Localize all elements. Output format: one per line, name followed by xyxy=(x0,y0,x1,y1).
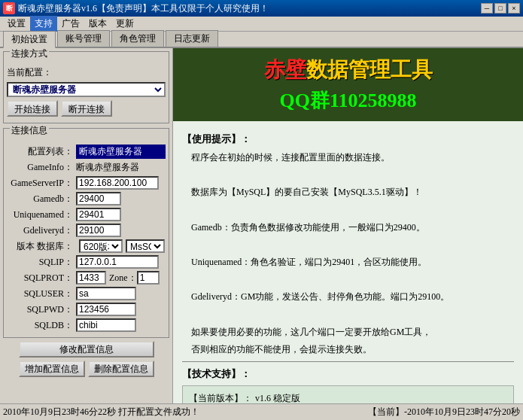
uniquenamed-row: Uniquenamed： xyxy=(7,208,166,221)
gdeliveryd-label: Gdeliveryd： xyxy=(7,224,73,237)
title-red: 赤壁 xyxy=(264,58,306,81)
usage-line-blank3 xyxy=(182,238,514,252)
status-left-text: 2010年10月9日23时46分22秒 打开配置文件成功！ xyxy=(3,406,362,418)
zone-label: Zone： xyxy=(109,272,137,285)
modify-btn-row: 修改配置信息 xyxy=(3,341,169,358)
version-label: 版本 数据库： xyxy=(7,240,73,253)
config-list-value: 断魂赤壁服务器 xyxy=(76,145,166,159)
right-title: 赤壁数据管理工具 xyxy=(181,56,515,84)
usage-line-blank5 xyxy=(182,307,514,321)
sqlip-row: SQLIP： xyxy=(7,255,166,269)
zone-input[interactable] xyxy=(137,271,160,285)
gameinfo-value: 断魂赤壁服务器 xyxy=(76,161,166,174)
app-icon: 断 xyxy=(3,2,15,14)
menu-item-ads[interactable]: 广告 xyxy=(57,16,84,32)
sqlport-label: SQLPROT： xyxy=(7,272,73,285)
sqlpwd-label: SQLPWD： xyxy=(7,303,73,316)
left-panel: 连接方式 当前配置： 断魂赤壁服务器 开始连接 断开连接 连接信息 xyxy=(0,48,173,403)
right-content: 【使用提示】： 程序会在初始的时候，连接配置里面的数据连接。 数据库为【MySQ… xyxy=(173,121,523,403)
sqluser-label: SQLUSER： xyxy=(7,288,73,300)
gdeliveryd-input[interactable] xyxy=(76,224,121,237)
usage-line-5: Gdeliveryd：GM功能，发送公告、封停角色功能。端口为29100。 xyxy=(182,290,514,304)
gameserverip-label: GameServerIP： xyxy=(7,177,73,190)
usage-line-3: Gamedb：负责角色数据修改功能使用，一般端口为29400。 xyxy=(182,221,514,235)
gameinfo-label: GameInfo： xyxy=(7,161,73,174)
title-bar-left: 断 断魂赤壁服务器v1.6【免责声明】本工具仅限于个人研究使用！ xyxy=(3,2,269,15)
gamedb-input[interactable] xyxy=(76,192,121,205)
sqluser-input[interactable] xyxy=(76,287,136,300)
version-row: 版本 数据库： 620版本 MsSQL库 xyxy=(7,239,166,253)
config-select[interactable]: 断魂赤壁服务器 xyxy=(7,82,166,97)
right-panel: 赤壁数据管理工具 QQ群110258988 【使用提示】： 程序会在初始的时候，… xyxy=(173,48,523,403)
tech-row-0: 【当前版本】： v1.6 稳定版 xyxy=(189,391,507,403)
title-black: 数据管理工具 xyxy=(306,58,433,81)
disconnect-button[interactable]: 断开连接 xyxy=(61,100,112,117)
sqlip-input[interactable] xyxy=(76,255,159,269)
connect-group-inner: 当前配置： 断魂赤壁服务器 开始连接 断开连接 xyxy=(7,66,166,117)
usage-line-4: Uniquenamed：角色名验证，端口为29401，合区功能使用。 xyxy=(182,255,514,269)
config-select-row: 断魂赤壁服务器 xyxy=(7,82,166,97)
gameinfo-row: GameInfo： 断魂赤壁服务器 xyxy=(7,161,166,174)
db-type-select[interactable]: MsSQL库 xyxy=(126,239,165,253)
delete-config-button[interactable]: 删除配置信息 xyxy=(88,361,154,377)
usage-line-6: 如果要使用必要的功能，这几个端口一定要开放给GM工具， xyxy=(182,325,514,339)
close-button[interactable]: × xyxy=(508,3,520,14)
connect-info-group: 连接信息 配置列表： 断魂赤壁服务器 GameInfo： 断魂赤壁服务器 Gam… xyxy=(3,128,169,338)
gdeliveryd-row: Gdeliveryd： xyxy=(7,224,166,237)
version-select[interactable]: 620版本 xyxy=(79,239,123,253)
menu-item-update[interactable]: 更新 xyxy=(111,16,138,32)
tech-value-0: v1.6 稳定版 xyxy=(255,391,300,403)
tab-bar: 初始设置 账号管理 角色管理 日志更新 xyxy=(0,32,523,48)
config-list-label: 配置列表： xyxy=(7,145,73,158)
start-connect-button[interactable]: 开始连接 xyxy=(7,100,58,117)
tab-role-mgmt[interactable]: 角色管理 xyxy=(111,30,164,47)
sqldb-input[interactable] xyxy=(76,318,136,332)
tech-info-block: 【当前版本】： v1.6 稳定版 【软件开发】： 喵呜喵呜 【联系 QQ】： 3… xyxy=(182,385,514,403)
sqldb-row: SQLDB： xyxy=(7,318,166,332)
tab-account-mgmt[interactable]: 账号管理 xyxy=(57,30,110,47)
right-header: 赤壁数据管理工具 QQ群110258988 xyxy=(173,48,523,121)
divider xyxy=(182,361,514,362)
sqlpwd-input[interactable] xyxy=(76,303,136,316)
usage-line-0: 程序会在初始的时候，连接配置里面的数据连接。 xyxy=(182,151,514,165)
sqlport-input[interactable] xyxy=(76,271,106,285)
sqlport-row: SQLPROT： Zone： xyxy=(7,271,166,285)
minimize-button[interactable]: ─ xyxy=(481,3,493,14)
gameserverip-input[interactable] xyxy=(76,176,159,190)
usage-title: 【使用提示】： xyxy=(182,132,514,148)
status-right-text: 【当前】-2010年10月9日23时47分20秒 xyxy=(368,406,520,418)
tab-log-update[interactable]: 日志更新 xyxy=(166,30,218,47)
connect-info-title: 连接信息 xyxy=(10,124,49,137)
sqlip-label: SQLIP： xyxy=(7,256,73,269)
sqluser-row: SQLUSER： xyxy=(7,287,166,300)
connect-buttons: 开始连接 断开连接 xyxy=(7,100,166,117)
tech-label-0: 【当前版本】： xyxy=(189,391,252,403)
gameserverip-row: GameServerIP： xyxy=(7,176,166,190)
menu-item-support[interactable]: 支持 xyxy=(30,16,57,32)
sqlpwd-row: SQLPWD： xyxy=(7,303,166,316)
add-config-button[interactable]: 增加配置信息 xyxy=(19,361,85,377)
gamedb-row: Gamedb： xyxy=(7,192,166,205)
menu-item-version[interactable]: 版本 xyxy=(84,16,111,32)
gamedb-label: Gamedb： xyxy=(7,193,73,205)
menu-bar: 设置 支持 广告 版本 更新 xyxy=(0,17,523,32)
window-title: 断魂赤壁服务器v1.6【免责声明】本工具仅限于个人研究使用！ xyxy=(18,2,269,15)
uniquenamed-input[interactable] xyxy=(76,208,121,221)
status-bar: 2010年10月9日23时46分22秒 打开配置文件成功！ 【当前】-2010年… xyxy=(0,403,523,420)
maximize-button[interactable]: □ xyxy=(494,3,506,14)
add-delete-btn-row: 增加配置信息 删除配置信息 xyxy=(3,361,169,377)
usage-line-blank4 xyxy=(182,272,514,287)
title-bar: 断 断魂赤壁服务器v1.6【免责声明】本工具仅限于个人研究使用！ ─ □ × xyxy=(0,0,523,17)
usage-line-2: 数据库为【MySQL】的要自己安装【MySQL3.5.1驱动】！ xyxy=(182,185,514,199)
menu-item-settings[interactable]: 设置 xyxy=(3,16,30,32)
connect-group-title: 连接方式 xyxy=(10,48,49,60)
qq-line: QQ群110258988 xyxy=(181,87,515,114)
usage-line-blank1 xyxy=(182,168,514,182)
connect-group: 连接方式 当前配置： 断魂赤壁服务器 开始连接 断开连接 xyxy=(3,51,169,123)
tab-initial-setup[interactable]: 初始设置 xyxy=(3,31,56,48)
modify-config-button[interactable]: 修改配置信息 xyxy=(19,341,154,358)
tech-title: 【技术支持】： xyxy=(182,367,514,382)
usage-line-blank2 xyxy=(182,202,514,217)
window-controls: ─ □ × xyxy=(481,3,520,14)
config-list-row: 配置列表： 断魂赤壁服务器 xyxy=(7,145,166,159)
